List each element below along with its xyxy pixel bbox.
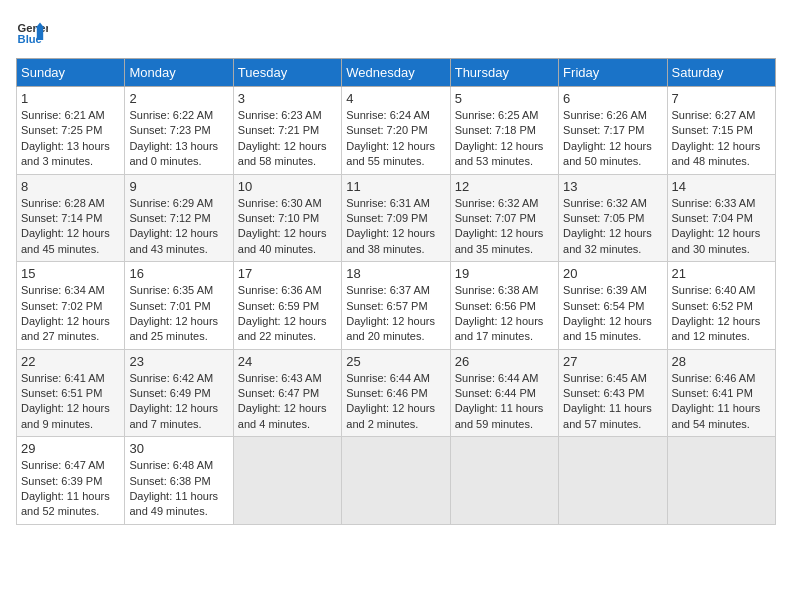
calendar-day-cell: 3Sunrise: 6:23 AMSunset: 7:21 PMDaylight… <box>233 87 341 175</box>
day-info: Sunrise: 6:46 AMSunset: 6:41 PMDaylight:… <box>672 371 771 433</box>
calendar-day-cell: 13Sunrise: 6:32 AMSunset: 7:05 PMDayligh… <box>559 174 667 262</box>
logo: General Blue <box>16 16 52 48</box>
calendar-day-cell: 20Sunrise: 6:39 AMSunset: 6:54 PMDayligh… <box>559 262 667 350</box>
calendar-day-cell: 11Sunrise: 6:31 AMSunset: 7:09 PMDayligh… <box>342 174 450 262</box>
day-info: Sunrise: 6:45 AMSunset: 6:43 PMDaylight:… <box>563 371 662 433</box>
day-number: 17 <box>238 266 337 281</box>
day-info: Sunrise: 6:38 AMSunset: 6:56 PMDaylight:… <box>455 283 554 345</box>
day-info: Sunrise: 6:41 AMSunset: 6:51 PMDaylight:… <box>21 371 120 433</box>
calendar-day-cell: 8Sunrise: 6:28 AMSunset: 7:14 PMDaylight… <box>17 174 125 262</box>
day-number: 1 <box>21 91 120 106</box>
day-number: 13 <box>563 179 662 194</box>
logo-icon: General Blue <box>16 16 48 48</box>
calendar-day-cell: 14Sunrise: 6:33 AMSunset: 7:04 PMDayligh… <box>667 174 775 262</box>
weekday-header: Thursday <box>450 59 558 87</box>
calendar-day-cell: 17Sunrise: 6:36 AMSunset: 6:59 PMDayligh… <box>233 262 341 350</box>
day-number: 3 <box>238 91 337 106</box>
calendar-day-cell: 26Sunrise: 6:44 AMSunset: 6:44 PMDayligh… <box>450 349 558 437</box>
day-info: Sunrise: 6:37 AMSunset: 6:57 PMDaylight:… <box>346 283 445 345</box>
day-number: 9 <box>129 179 228 194</box>
day-number: 12 <box>455 179 554 194</box>
day-number: 21 <box>672 266 771 281</box>
day-info: Sunrise: 6:40 AMSunset: 6:52 PMDaylight:… <box>672 283 771 345</box>
day-info: Sunrise: 6:44 AMSunset: 6:46 PMDaylight:… <box>346 371 445 433</box>
day-info: Sunrise: 6:23 AMSunset: 7:21 PMDaylight:… <box>238 108 337 170</box>
day-number: 8 <box>21 179 120 194</box>
day-number: 11 <box>346 179 445 194</box>
calendar-day-cell: 18Sunrise: 6:37 AMSunset: 6:57 PMDayligh… <box>342 262 450 350</box>
calendar-day-cell: 4Sunrise: 6:24 AMSunset: 7:20 PMDaylight… <box>342 87 450 175</box>
day-info: Sunrise: 6:30 AMSunset: 7:10 PMDaylight:… <box>238 196 337 258</box>
day-info: Sunrise: 6:42 AMSunset: 6:49 PMDaylight:… <box>129 371 228 433</box>
calendar-week-row: 29Sunrise: 6:47 AMSunset: 6:39 PMDayligh… <box>17 437 776 525</box>
day-info: Sunrise: 6:48 AMSunset: 6:38 PMDaylight:… <box>129 458 228 520</box>
calendar-day-cell: 23Sunrise: 6:42 AMSunset: 6:49 PMDayligh… <box>125 349 233 437</box>
calendar-day-cell: 9Sunrise: 6:29 AMSunset: 7:12 PMDaylight… <box>125 174 233 262</box>
day-info: Sunrise: 6:27 AMSunset: 7:15 PMDaylight:… <box>672 108 771 170</box>
calendar-day-cell: 28Sunrise: 6:46 AMSunset: 6:41 PMDayligh… <box>667 349 775 437</box>
day-number: 6 <box>563 91 662 106</box>
day-info: Sunrise: 6:43 AMSunset: 6:47 PMDaylight:… <box>238 371 337 433</box>
calendar-day-cell: 16Sunrise: 6:35 AMSunset: 7:01 PMDayligh… <box>125 262 233 350</box>
calendar-table: SundayMondayTuesdayWednesdayThursdayFrid… <box>16 58 776 525</box>
calendar-day-cell: 1Sunrise: 6:21 AMSunset: 7:25 PMDaylight… <box>17 87 125 175</box>
day-number: 14 <box>672 179 771 194</box>
day-number: 15 <box>21 266 120 281</box>
day-info: Sunrise: 6:29 AMSunset: 7:12 PMDaylight:… <box>129 196 228 258</box>
svg-text:General: General <box>18 22 48 34</box>
weekday-header: Saturday <box>667 59 775 87</box>
day-number: 29 <box>21 441 120 456</box>
day-number: 27 <box>563 354 662 369</box>
day-number: 16 <box>129 266 228 281</box>
day-info: Sunrise: 6:32 AMSunset: 7:07 PMDaylight:… <box>455 196 554 258</box>
day-number: 5 <box>455 91 554 106</box>
day-info: Sunrise: 6:36 AMSunset: 6:59 PMDaylight:… <box>238 283 337 345</box>
day-number: 10 <box>238 179 337 194</box>
day-number: 19 <box>455 266 554 281</box>
calendar-header-row: SundayMondayTuesdayWednesdayThursdayFrid… <box>17 59 776 87</box>
day-info: Sunrise: 6:26 AMSunset: 7:17 PMDaylight:… <box>563 108 662 170</box>
calendar-day-cell: 21Sunrise: 6:40 AMSunset: 6:52 PMDayligh… <box>667 262 775 350</box>
day-number: 26 <box>455 354 554 369</box>
day-number: 24 <box>238 354 337 369</box>
calendar-day-cell: 24Sunrise: 6:43 AMSunset: 6:47 PMDayligh… <box>233 349 341 437</box>
calendar-week-row: 8Sunrise: 6:28 AMSunset: 7:14 PMDaylight… <box>17 174 776 262</box>
calendar-day-cell: 22Sunrise: 6:41 AMSunset: 6:51 PMDayligh… <box>17 349 125 437</box>
day-info: Sunrise: 6:33 AMSunset: 7:04 PMDaylight:… <box>672 196 771 258</box>
calendar-day-cell: 25Sunrise: 6:44 AMSunset: 6:46 PMDayligh… <box>342 349 450 437</box>
page-header: General Blue <box>16 16 776 48</box>
weekday-header: Wednesday <box>342 59 450 87</box>
day-info: Sunrise: 6:21 AMSunset: 7:25 PMDaylight:… <box>21 108 120 170</box>
calendar-day-cell <box>559 437 667 525</box>
weekday-header: Monday <box>125 59 233 87</box>
calendar-day-cell: 7Sunrise: 6:27 AMSunset: 7:15 PMDaylight… <box>667 87 775 175</box>
calendar-week-row: 1Sunrise: 6:21 AMSunset: 7:25 PMDaylight… <box>17 87 776 175</box>
day-number: 25 <box>346 354 445 369</box>
calendar-day-cell <box>667 437 775 525</box>
day-info: Sunrise: 6:25 AMSunset: 7:18 PMDaylight:… <box>455 108 554 170</box>
weekday-header: Tuesday <box>233 59 341 87</box>
calendar-day-cell <box>450 437 558 525</box>
calendar-day-cell <box>233 437 341 525</box>
day-info: Sunrise: 6:39 AMSunset: 6:54 PMDaylight:… <box>563 283 662 345</box>
weekday-header: Sunday <box>17 59 125 87</box>
day-info: Sunrise: 6:28 AMSunset: 7:14 PMDaylight:… <box>21 196 120 258</box>
day-number: 30 <box>129 441 228 456</box>
day-number: 28 <box>672 354 771 369</box>
calendar-day-cell: 19Sunrise: 6:38 AMSunset: 6:56 PMDayligh… <box>450 262 558 350</box>
calendar-day-cell: 15Sunrise: 6:34 AMSunset: 7:02 PMDayligh… <box>17 262 125 350</box>
calendar-day-cell: 6Sunrise: 6:26 AMSunset: 7:17 PMDaylight… <box>559 87 667 175</box>
calendar-day-cell: 5Sunrise: 6:25 AMSunset: 7:18 PMDaylight… <box>450 87 558 175</box>
day-info: Sunrise: 6:44 AMSunset: 6:44 PMDaylight:… <box>455 371 554 433</box>
day-number: 2 <box>129 91 228 106</box>
day-info: Sunrise: 6:34 AMSunset: 7:02 PMDaylight:… <box>21 283 120 345</box>
day-number: 18 <box>346 266 445 281</box>
calendar-day-cell: 2Sunrise: 6:22 AMSunset: 7:23 PMDaylight… <box>125 87 233 175</box>
day-info: Sunrise: 6:22 AMSunset: 7:23 PMDaylight:… <box>129 108 228 170</box>
day-info: Sunrise: 6:24 AMSunset: 7:20 PMDaylight:… <box>346 108 445 170</box>
calendar-day-cell: 27Sunrise: 6:45 AMSunset: 6:43 PMDayligh… <box>559 349 667 437</box>
calendar-day-cell: 12Sunrise: 6:32 AMSunset: 7:07 PMDayligh… <box>450 174 558 262</box>
day-info: Sunrise: 6:32 AMSunset: 7:05 PMDaylight:… <box>563 196 662 258</box>
calendar-day-cell: 29Sunrise: 6:47 AMSunset: 6:39 PMDayligh… <box>17 437 125 525</box>
day-number: 20 <box>563 266 662 281</box>
